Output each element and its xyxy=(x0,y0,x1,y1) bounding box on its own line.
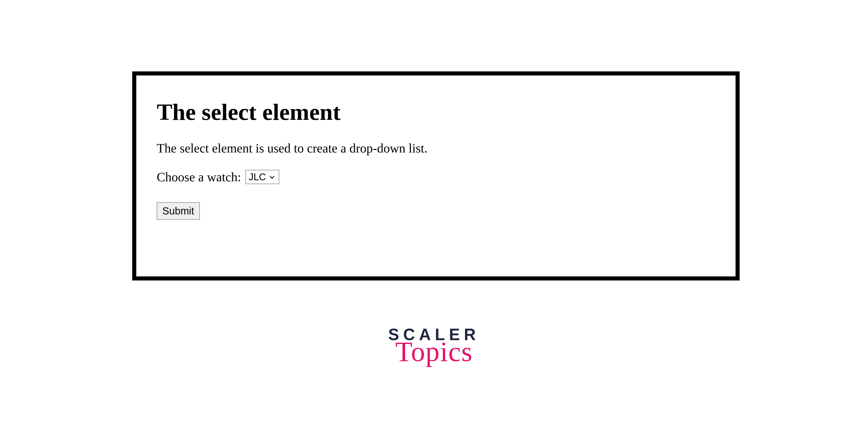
submit-button[interactable]: Submit xyxy=(157,202,200,220)
logo-line2: Topics xyxy=(388,338,480,366)
page-title: The select element xyxy=(157,98,715,126)
watch-select[interactable]: JLC xyxy=(246,170,279,184)
description-text: The select element is used to create a d… xyxy=(157,141,715,156)
example-frame: The select element The select element is… xyxy=(132,71,740,280)
select-label: Choose a watch: xyxy=(157,170,241,185)
chevron-down-icon xyxy=(269,172,275,182)
scaler-topics-logo: SCALER Topics xyxy=(388,326,480,366)
form-row: Choose a watch: JLC xyxy=(157,170,715,185)
select-value: JLC xyxy=(249,172,266,182)
